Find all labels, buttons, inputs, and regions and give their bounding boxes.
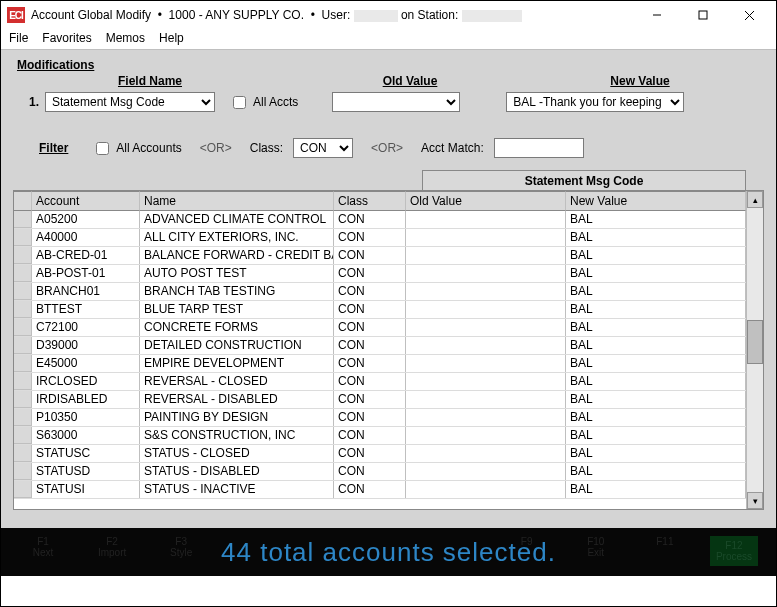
- row-selector[interactable]: [14, 463, 32, 480]
- fkey-f12-process[interactable]: F12Process: [710, 536, 758, 566]
- table-row[interactable]: BRANCH01BRANCH TAB TESTINGCONBAL: [14, 283, 746, 301]
- app-window: ECI Account Global Modify • 1000 - ANY S…: [0, 0, 777, 607]
- grid-vertical-scrollbar[interactable]: ▴ ▾: [746, 191, 763, 509]
- table-row[interactable]: AB-POST-01AUTO POST TESTCONBAL: [14, 265, 746, 283]
- modification-row-1: 1. Statement Msg Code All Accts BAL -Tha…: [13, 90, 764, 126]
- cell-class: CON: [334, 265, 406, 282]
- fkey-f9[interactable]: F9: [503, 536, 551, 566]
- status-banner: F1Next F2Import F3Style F9 F10Exit F11 F…: [1, 528, 776, 576]
- table-row[interactable]: P10350PAINTING BY DESIGNCONBAL: [14, 409, 746, 427]
- cell-old-value: [406, 409, 566, 426]
- fkey-f3[interactable]: F3Style: [157, 536, 205, 566]
- cell-name: PAINTING BY DESIGN: [140, 409, 334, 426]
- cell-class: CON: [334, 283, 406, 300]
- cell-new-value: BAL: [566, 481, 746, 498]
- cell-new-value: BAL: [566, 391, 746, 408]
- row-selector[interactable]: [14, 373, 32, 390]
- row-selector[interactable]: [14, 229, 32, 246]
- row-selector[interactable]: [14, 355, 32, 372]
- cell-name: DETAILED CONSTRUCTION: [140, 337, 334, 354]
- menu-bar: File Favorites Memos Help: [1, 29, 776, 49]
- all-accts-checkbox[interactable]: All Accts: [229, 93, 298, 112]
- row-selector[interactable]: [14, 391, 32, 408]
- row-selector[interactable]: [14, 427, 32, 444]
- all-accounts-checkbox-input[interactable]: [96, 142, 109, 155]
- maximize-button[interactable]: [680, 1, 726, 29]
- table-row[interactable]: A40000ALL CITY EXTERIORS, INC.CONBAL: [14, 229, 746, 247]
- table-row[interactable]: E45000EMPIRE DEVELOPMENTCONBAL: [14, 355, 746, 373]
- class-label: Class:: [250, 141, 283, 155]
- fkey-f1[interactable]: F1Next: [19, 536, 67, 566]
- new-value-select[interactable]: BAL -Thank you for keeping y: [506, 92, 684, 112]
- table-row[interactable]: STATUSISTATUS - INACTIVECONBAL: [14, 481, 746, 499]
- row-selector[interactable]: [14, 247, 32, 264]
- fkey-f11[interactable]: F11: [641, 536, 689, 566]
- cell-name: STATUS - INACTIVE: [140, 481, 334, 498]
- row-selector[interactable]: [14, 283, 32, 300]
- menu-favorites[interactable]: Favorites: [42, 31, 91, 45]
- cell-new-value: BAL: [566, 229, 746, 246]
- grid-header-class[interactable]: Class: [334, 191, 406, 211]
- cell-new-value: BAL: [566, 319, 746, 336]
- scroll-up-button[interactable]: ▴: [747, 191, 763, 208]
- table-row[interactable]: S63000S&S CONSTRUCTION, INCCONBAL: [14, 427, 746, 445]
- fkey-f10[interactable]: F10Exit: [572, 536, 620, 566]
- grid-header-old-value[interactable]: Old Value: [406, 191, 566, 211]
- title-bar: ECI Account Global Modify • 1000 - ANY S…: [1, 1, 776, 29]
- header-field-name: Field Name: [45, 74, 255, 88]
- row-selector[interactable]: [14, 301, 32, 318]
- minimize-button[interactable]: [634, 1, 680, 29]
- scroll-track[interactable]: [747, 208, 763, 492]
- grid-header-account[interactable]: Account: [32, 191, 140, 211]
- scroll-thumb[interactable]: [747, 320, 763, 364]
- acct-match-input[interactable]: [494, 138, 584, 158]
- close-button[interactable]: [726, 1, 772, 29]
- menu-memos[interactable]: Memos: [106, 31, 145, 45]
- menu-file[interactable]: File: [9, 31, 28, 45]
- menu-help[interactable]: Help: [159, 31, 184, 45]
- class-select[interactable]: CON: [293, 138, 353, 158]
- all-accounts-checkbox[interactable]: All Accounts: [92, 139, 181, 158]
- cell-old-value: [406, 355, 566, 372]
- table-row[interactable]: C72100CONCRETE FORMSCONBAL: [14, 319, 746, 337]
- row-selector[interactable]: [14, 265, 32, 282]
- cell-class: CON: [334, 355, 406, 372]
- old-value-select[interactable]: [332, 92, 460, 112]
- cell-class: CON: [334, 319, 406, 336]
- grid-header-new-value[interactable]: New Value: [566, 191, 746, 211]
- work-area: Modifications Field Name Old Value New V…: [1, 49, 776, 576]
- grid-header-name[interactable]: Name: [140, 191, 334, 211]
- fkey-f2[interactable]: F2Import: [88, 536, 136, 566]
- all-accts-checkbox-input[interactable]: [233, 96, 246, 109]
- row-selector[interactable]: [14, 211, 32, 228]
- table-row[interactable]: IRCLOSEDREVERSAL - CLOSEDCONBAL: [14, 373, 746, 391]
- row-selector[interactable]: [14, 445, 32, 462]
- table-row[interactable]: AB-CRED-01BALANCE FORWARD - CREDIT BALCO…: [14, 247, 746, 265]
- row-selector[interactable]: [14, 319, 32, 336]
- table-row[interactable]: D39000DETAILED CONSTRUCTIONCONBAL: [14, 337, 746, 355]
- cell-old-value: [406, 445, 566, 462]
- table-row[interactable]: IRDISABLEDREVERSAL - DISABLEDCONBAL: [14, 391, 746, 409]
- cell-account: D39000: [32, 337, 140, 354]
- row-selector[interactable]: [14, 409, 32, 426]
- filter-row: Filter All Accounts <OR> Class: CON <OR>…: [13, 126, 764, 168]
- field-name-select[interactable]: Statement Msg Code: [45, 92, 215, 112]
- row-selector[interactable]: [14, 481, 32, 498]
- all-accounts-label: All Accounts: [116, 141, 181, 155]
- cell-new-value: BAL: [566, 247, 746, 264]
- cell-account: AB-POST-01: [32, 265, 140, 282]
- cell-old-value: [406, 373, 566, 390]
- cell-old-value: [406, 211, 566, 228]
- function-key-hints: F1Next F2Import F3Style F9 F10Exit F11 F…: [19, 536, 758, 566]
- table-row[interactable]: BTTESTBLUE TARP TESTCONBAL: [14, 301, 746, 319]
- table-row[interactable]: STATUSCSTATUS - CLOSEDCONBAL: [14, 445, 746, 463]
- table-row[interactable]: A05200ADVANCED CLIMATE CONTROLCONBAL: [14, 211, 746, 229]
- scroll-down-button[interactable]: ▾: [747, 492, 763, 509]
- table-row[interactable]: STATUSDSTATUS - DISABLEDCONBAL: [14, 463, 746, 481]
- cell-old-value: [406, 391, 566, 408]
- results-grid-wrap: Statement Msg Code Account Name Class Ol…: [13, 170, 764, 510]
- filter-label: Filter: [39, 141, 68, 155]
- cell-new-value: BAL: [566, 265, 746, 282]
- row-selector[interactable]: [14, 337, 32, 354]
- cell-new-value: BAL: [566, 463, 746, 480]
